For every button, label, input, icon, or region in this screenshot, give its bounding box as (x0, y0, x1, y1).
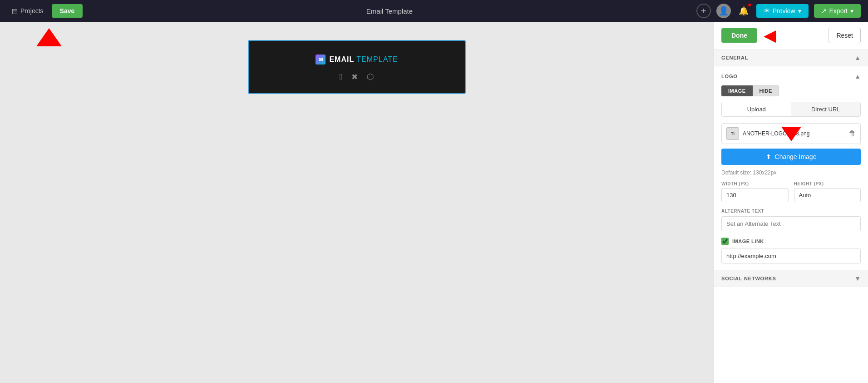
instagram-icon[interactable]: ⬡ (367, 72, 374, 82)
upload-icon: ⬆ (766, 153, 771, 160)
page-title: Email Template (366, 7, 413, 15)
main-area: ✉ EMAIL TEMPLATE  ✖ ⬡ Done ◀ Reset GENE… (0, 22, 868, 383)
social-networks-label: SOCIAL NETWORKS (721, 276, 776, 281)
export-icon: ↗ (821, 7, 827, 15)
file-thumbnail: TI (726, 127, 739, 140)
email-template-preview[interactable]: ✉ EMAIL TEMPLATE  ✖ ⬡ (248, 40, 466, 94)
width-input[interactable] (721, 188, 789, 202)
direct-url-tab-button[interactable]: Direct URL (791, 102, 861, 116)
reset-button[interactable]: Reset (829, 28, 861, 43)
dimensions-row: WIDTH (PX) HEIGHT (PX) (721, 181, 861, 202)
save-arrow-indicator (36, 28, 62, 48)
link-input[interactable] (721, 249, 861, 264)
done-arrow-indicator: ◀ (764, 27, 776, 44)
logo-section-title: LOGO (721, 74, 738, 79)
right-panel: Done ◀ Reset GENERAL ▲ LOGO ▲ IMAGE HIDE… (714, 22, 868, 383)
social-networks-chevron: ▼ (854, 275, 861, 282)
facebook-icon[interactable]:  (340, 72, 343, 82)
image-toggle-button[interactable]: IMAGE (721, 85, 753, 96)
email-logo-text: EMAIL TEMPLATE (329, 55, 398, 64)
notification-dot (747, 3, 752, 7)
alt-text-input[interactable] (721, 216, 861, 231)
height-label: HEIGHT (PX) (794, 181, 861, 186)
height-group: HEIGHT (PX) (794, 181, 861, 202)
general-section-header[interactable]: GENERAL ▲ (714, 50, 868, 66)
general-chevron: ▲ (854, 54, 861, 61)
user-avatar[interactable]: 👤 (716, 4, 731, 18)
image-link-checkbox[interactable] (721, 238, 729, 245)
width-group: WIDTH (PX) (721, 181, 789, 202)
logo-chevron: ▲ (854, 73, 861, 80)
projects-button[interactable]: ▤ Projects (7, 5, 48, 17)
change-image-wrapper: ⬆ Change Image (721, 149, 861, 165)
topnav-right: + 👤 🔔 👁 Preview ▾ ↗ Export ▾ (696, 4, 861, 18)
height-input[interactable] (794, 188, 861, 202)
default-size-text: Default size: 130x22px (721, 169, 861, 176)
topnav: ▤ Projects Save Email Template + 👤 🔔 👁 P… (0, 0, 868, 22)
projects-label: Projects (20, 7, 44, 15)
alt-text-label: ALTERNATE TEXT (721, 209, 861, 214)
add-button[interactable]: + (696, 4, 711, 18)
email-logo-icon: ✉ (316, 55, 326, 65)
preview-button[interactable]: 👁 Preview ▾ (756, 4, 809, 18)
general-label: GENERAL (721, 55, 748, 60)
email-socials:  ✖ ⬡ (340, 72, 375, 82)
done-button[interactable]: Done (721, 28, 757, 43)
upload-tabs: Upload Direct URL (721, 102, 861, 117)
image-link-label: IMAGE LINK (732, 239, 764, 244)
delete-file-icon[interactable]: 🗑 (848, 129, 856, 138)
change-image-button[interactable]: ⬆ Change Image (721, 149, 861, 165)
save-button[interactable]: Save (52, 4, 83, 18)
notifications-button[interactable]: 🔔 (736, 4, 751, 18)
width-label: WIDTH (PX) (721, 181, 789, 186)
social-networks-section-header[interactable]: SOCIAL NETWORKS ▼ (714, 270, 868, 287)
image-hide-toggle: IMAGE HIDE (721, 85, 861, 96)
upload-tab-button[interactable]: Upload (722, 102, 791, 116)
hide-toggle-button[interactable]: HIDE (753, 85, 779, 96)
export-button[interactable]: ↗ Export ▾ (814, 4, 861, 18)
canvas-area: ✉ EMAIL TEMPLATE  ✖ ⬡ (0, 22, 714, 383)
chevron-down-icon: ▾ (798, 7, 801, 15)
image-link-row: IMAGE LINK (721, 238, 861, 245)
email-logo: ✉ EMAIL TEMPLATE (316, 55, 398, 65)
chevron-down-icon-export: ▾ (850, 7, 853, 15)
logo-section: LOGO ▲ IMAGE HIDE Upload Direct URL TI A… (714, 66, 868, 270)
panel-header: Done ◀ Reset (714, 22, 868, 50)
projects-icon: ▤ (12, 7, 18, 15)
topnav-left: ▤ Projects Save (7, 4, 83, 18)
change-image-arrow (781, 127, 801, 141)
logo-section-header[interactable]: LOGO ▲ (721, 73, 861, 80)
twitter-icon[interactable]: ✖ (351, 72, 358, 82)
eye-icon: 👁 (764, 7, 770, 15)
